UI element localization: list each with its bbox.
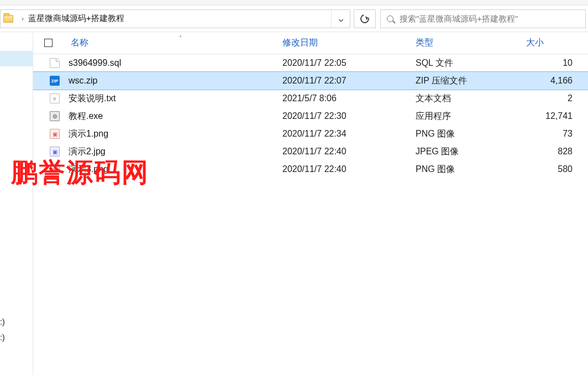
chevron-right-icon: › [22,15,24,23]
nav-drive-1[interactable]: :) [0,317,5,326]
file-type: 应用程序 [416,111,526,122]
file-date: 2020/11/7 22:40 [282,164,416,174]
table-row[interactable]: 演示1.png2020/11/7 22:34PNG 图像73 [33,125,588,143]
select-all-cell [33,39,63,47]
sql-file-icon [33,58,63,68]
folder-icon [3,13,14,24]
file-name: 安装说明.txt [63,93,282,105]
column-header-name[interactable]: 名称 ˄ [63,37,282,49]
search-box[interactable] [380,9,586,28]
file-list-pane: 名称 ˄ 修改日期 类型 大小 s3964999.sql2020/11/7 22… [33,32,588,375]
column-header-date[interactable]: 修改日期 [282,37,416,49]
file-name: wsc.zip [63,76,282,86]
select-all-checkbox[interactable] [44,39,53,47]
file-name: 教程.exe [63,111,282,122]
jpg-file-icon [33,147,63,157]
zip-file-icon: ZIP [33,76,63,86]
refresh-button[interactable] [354,9,376,28]
file-date: 2020/11/7 22:07 [282,76,416,86]
table-row[interactable]: ZIPwsc.zip2020/11/7 22:07ZIP 压缩文件4,166 [33,72,588,90]
file-type: 文本文档 [416,93,526,105]
navigation-pane[interactable]: :) :) [0,32,33,375]
file-date: 2020/11/7 22:05 [282,58,416,68]
nav-selected-item[interactable] [0,51,33,66]
explorer-body: :) :) 名称 ˄ 修改日期 类型 大小 s3964999.sql2020/1… [0,32,588,375]
address-bar-row: › 蓝星微商城源码+搭建教程 [0,6,588,32]
chevron-down-icon [339,14,343,23]
txt-file-icon [33,93,63,103]
file-type: JPEG 图像 [416,146,526,158]
file-size: 10 [526,58,576,68]
file-name: 演示2.jpg [63,146,282,158]
file-type: SQL 文件 [416,58,526,69]
breadcrumb-bar[interactable]: › 蓝星微商城源码+搭建教程 [0,9,350,28]
file-name: s3964999.sql [63,58,282,68]
column-header-name-label: 名称 [71,38,88,47]
table-row[interactable]: 演示3.png2020/11/7 22:40PNG 图像580 [33,160,588,178]
window-top-strip [0,0,588,6]
breadcrumb-label[interactable]: 蓝星微商城源码+搭建教程 [28,13,124,24]
png-file-icon [33,129,63,139]
column-header-size[interactable]: 大小 [526,37,576,49]
png-file-icon [33,164,63,174]
address-dropdown-button[interactable] [331,10,350,28]
table-row[interactable]: 教程.exe2020/11/7 22:30应用程序12,741 [33,107,588,125]
column-header-type[interactable]: 类型 [416,37,526,49]
nav-drive-2[interactable]: :) [0,333,5,342]
column-header-row: 名称 ˄ 修改日期 类型 大小 [33,32,588,54]
file-type: PNG 图像 [416,128,526,140]
table-row[interactable]: 安装说明.txt2021/5/7 8:06文本文档2 [33,90,588,107]
file-type: ZIP 压缩文件 [416,75,526,87]
file-size: 12,741 [526,111,576,121]
search-input[interactable] [400,14,585,23]
file-list: s3964999.sql2020/11/7 22:05SQL 文件10ZIPws… [33,54,588,178]
file-date: 2020/11/7 22:34 [282,129,416,139]
file-name: 演示1.png [63,128,282,140]
file-size: 2 [526,93,576,103]
table-row[interactable]: s3964999.sql2020/11/7 22:05SQL 文件10 [33,54,588,72]
file-date: 2020/11/7 22:30 [282,111,416,121]
file-size: 580 [526,164,576,174]
file-date: 2021/5/7 8:06 [282,93,416,103]
table-row[interactable]: 演示2.jpg2020/11/7 22:40JPEG 图像828 [33,143,588,160]
file-date: 2020/11/7 22:40 [282,147,416,157]
file-size: 828 [526,147,576,157]
exe-file-icon [33,111,63,121]
file-size: 4,166 [526,76,576,86]
file-name: 演示3.png [63,164,282,175]
file-type: PNG 图像 [416,164,526,175]
refresh-icon [359,13,371,25]
file-size: 73 [526,129,576,139]
search-icon [381,10,400,28]
sort-asc-icon: ˄ [179,35,182,41]
